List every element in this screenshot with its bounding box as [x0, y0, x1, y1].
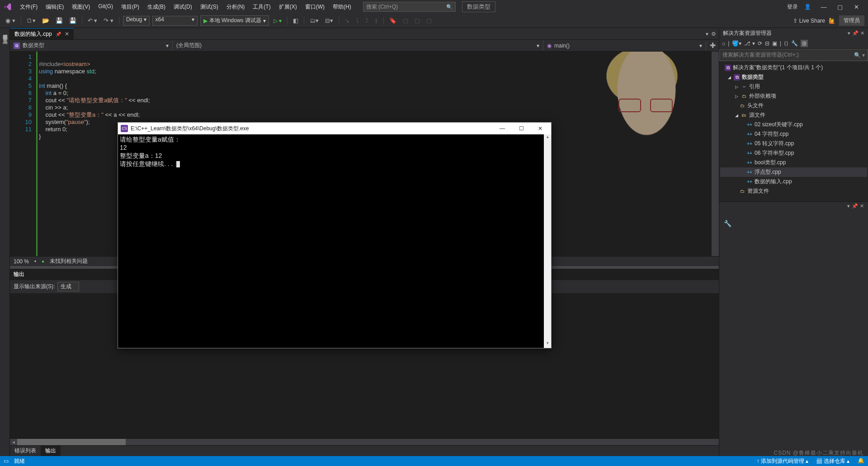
scope-dropdown[interactable]: ⧉数据类型▾ — [10, 40, 173, 51]
liveshare-icon[interactable]: ⇪ Live Share — [793, 18, 825, 24]
undo-icon[interactable]: ↶ ▾ — [86, 16, 99, 25]
se-collapse-icon[interactable]: ⊟ — [765, 40, 769, 47]
console-scrollbar[interactable]: ▴▾ — [544, 134, 551, 348]
console-minimize[interactable]: — — [494, 125, 510, 132]
se-view-icon[interactable]: ⊞ — [801, 40, 808, 47]
open-icon[interactable]: 📂 — [40, 16, 51, 25]
menu-build[interactable]: 生成(B) — [144, 2, 169, 12]
new-item-icon[interactable]: 🗋▾ — [25, 16, 38, 25]
console-output[interactable]: 请给整型变量a赋值： 12 整型变量a：12 请按任意键继续. . . — [118, 134, 551, 348]
output-source-dropdown[interactable]: 生成 — [57, 282, 79, 291]
toolbar-icon-4[interactable]: ⫿ — [373, 16, 380, 25]
menu-extensions[interactable]: 扩展(X) — [275, 2, 301, 12]
status-git[interactable]: ↑ 添加到源代码管理 ▴ — [757, 457, 809, 465]
panel-pin-icon[interactable]: 📌 — [852, 30, 859, 36]
close-button[interactable]: ✕ — [850, 4, 863, 10]
sources-node[interactable]: ◢🗁源文件 — [720, 110, 867, 120]
prop-close-icon[interactable]: ✕ — [860, 203, 864, 209]
zoom-level[interactable]: 100 % — [14, 258, 29, 265]
toolbar-icon-1[interactable]: ◧ — [291, 16, 300, 25]
se-refresh-icon[interactable]: ⟳ — [758, 40, 762, 47]
toolbar-icon-7[interactable]: ▢ — [425, 16, 434, 25]
solution-node[interactable]: ⧉解决方案"数据类型"(1 个项目/共 1 个) — [720, 63, 867, 72]
feedback-icon[interactable]: 🙋 — [829, 18, 835, 24]
global-dropdown[interactable]: (全局范围)▾ — [173, 40, 543, 51]
step-over-icon[interactable]: ⤵ — [354, 16, 361, 25]
maximize-button[interactable]: ▢ — [834, 4, 846, 10]
error-list-tab[interactable]: 错误列表 — [10, 446, 41, 456]
menu-debug[interactable]: 调试(D) — [170, 2, 196, 12]
menu-file[interactable]: 文件(F) — [16, 2, 41, 12]
output-icon[interactable]: ▭ — [4, 458, 9, 464]
se-branch-icon[interactable]: ⎇ ▾ — [744, 40, 755, 47]
bookmark-icon[interactable]: 🔖 — [387, 16, 398, 25]
se-showall-icon[interactable]: ▣ — [772, 40, 777, 47]
file-node[interactable]: ++05 转义字符.cpp — [720, 139, 867, 148]
editor-scrollbar[interactable] — [712, 52, 719, 256]
start-nodebug-icon[interactable]: ▷ ▾ — [272, 17, 283, 25]
account-icon[interactable]: 👤 — [804, 4, 811, 10]
menu-analyze[interactable]: 分析(N) — [223, 2, 249, 12]
menu-window[interactable]: 窗口(W) — [302, 2, 328, 12]
menu-test[interactable]: 测试(S) — [197, 2, 222, 12]
console-maximize[interactable]: ☐ — [513, 125, 529, 132]
config-dropdown[interactable]: Debug ▾ — [123, 16, 150, 26]
search-icon: 🔍 — [446, 4, 453, 10]
nav-back-icon[interactable]: ◉ ▾ — [4, 16, 17, 25]
redo-icon[interactable]: ↷ ▾ — [102, 16, 115, 25]
status-bell-icon[interactable]: 🔔 — [858, 457, 864, 465]
file-node[interactable]: ++数据的输入.cpp — [720, 177, 867, 186]
quick-search[interactable]: 搜索 (Ctrl+Q) 🔍 — [363, 2, 456, 12]
se-wrench-icon[interactable]: 🔧 — [791, 40, 798, 47]
menu-edit[interactable]: 编辑(E) — [42, 2, 67, 12]
toolbar-icon-6[interactable]: ▢ — [413, 16, 422, 25]
output-hscroll[interactable]: ◂ — [10, 439, 719, 445]
menu-help[interactable]: 帮助(H) — [329, 2, 355, 12]
menu-git[interactable]: Git(G) — [94, 2, 117, 12]
function-dropdown[interactable]: ◉main()▾ — [543, 41, 706, 50]
split-editor-icon[interactable]: ✚ — [706, 41, 719, 50]
project-node[interactable]: ◢⧉数据类型 — [720, 72, 867, 82]
tab-overflow-icon[interactable]: ▾ — [706, 31, 708, 37]
references-node[interactable]: ▷▫▫引用 — [720, 82, 867, 91]
menu-view[interactable]: 视图(V) — [68, 2, 94, 12]
file-node[interactable]: ++04 字符型.cpp — [720, 129, 867, 139]
prop-dropdown-icon[interactable]: ▾ — [847, 203, 850, 209]
prop-pin-icon[interactable]: 📌 — [852, 203, 858, 209]
console-close[interactable]: ✕ — [532, 125, 548, 132]
panel-close-icon[interactable]: ✕ — [860, 30, 864, 36]
console-titlebar[interactable]: C\\ E:\C++_Learn\数据类型\x64\Debug\数据类型.exe… — [118, 123, 551, 134]
se-home-icon[interactable]: ⌂ — [722, 40, 725, 47]
toolbar-icon-3[interactable]: ⊟▾ — [323, 16, 335, 25]
headers-node[interactable]: 🗀头文件 — [720, 101, 867, 110]
step-into-icon[interactable]: ↘ — [343, 16, 351, 25]
solution-search[interactable]: 搜索解决方案资源管理器(Ctrl+;)🔍 ▾ — [719, 49, 868, 61]
se-properties-icon[interactable]: ⟨⟩ — [784, 40, 788, 47]
tab-settings-icon[interactable]: ⚙ — [711, 31, 716, 37]
file-node[interactable]: ++bool类型.cpp — [720, 158, 867, 167]
active-file-tab[interactable]: 数据的输入.cpp 📌 ✕ — [10, 28, 74, 39]
tab-close-icon[interactable]: ✕ — [65, 31, 69, 37]
platform-dropdown[interactable]: x64 ▾ — [152, 16, 198, 26]
menu-project[interactable]: 项目(P) — [118, 2, 143, 12]
login-link[interactable]: 登录 — [787, 3, 798, 11]
se-tool-icon[interactable]: 🪣▾ — [732, 40, 741, 47]
file-node-selected[interactable]: ++浮点型.cpp — [720, 167, 867, 177]
resources-node[interactable]: 🗀资源文件 — [720, 186, 867, 196]
external-deps-node[interactable]: ▷🗀外部依赖项 — [720, 91, 867, 101]
start-debug-button[interactable]: ▶本地 Windows 调试器 ▾ — [200, 15, 269, 26]
step-out-icon[interactable]: ⤴ — [363, 16, 370, 25]
solution-name-box[interactable]: 数据类型 — [462, 1, 495, 12]
output-tab[interactable]: 输出 — [41, 446, 61, 456]
save-icon[interactable]: 💾 — [54, 16, 65, 25]
file-node[interactable]: ++06 字符串型.cpp — [720, 148, 867, 158]
toolbar-icon-2[interactable]: 🗂▾ — [308, 16, 321, 25]
file-node[interactable]: ++02 sizeof关键字.cpp — [720, 120, 867, 129]
minimize-button[interactable]: — — [817, 4, 830, 10]
pin-icon[interactable]: 📌 — [56, 32, 61, 37]
menu-tools[interactable]: 工具(T) — [249, 2, 274, 12]
panel-dropdown-icon[interactable]: ▾ — [848, 30, 850, 36]
save-all-icon[interactable]: 💾 — [67, 16, 78, 25]
status-repo[interactable]: ▦ 选择仓库 ▴ — [816, 457, 849, 465]
toolbar-icon-5[interactable]: ▢ — [401, 16, 410, 25]
